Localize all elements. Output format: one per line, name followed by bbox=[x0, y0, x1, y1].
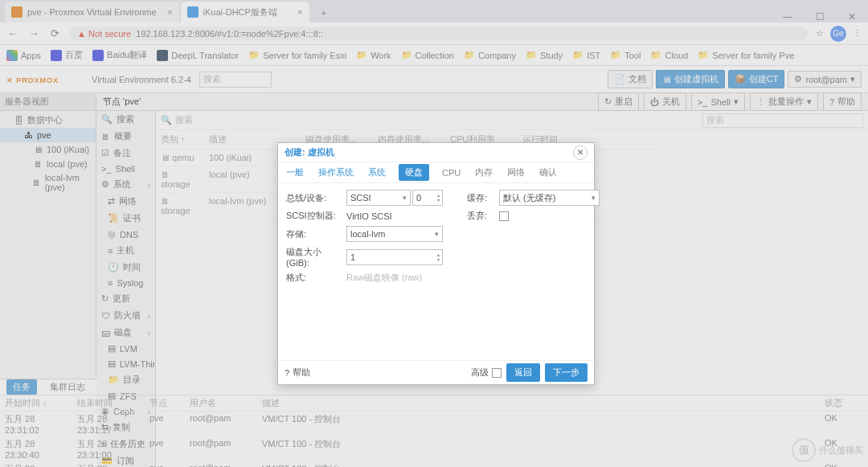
format-value: Raw磁盘映像 (raw) bbox=[346, 272, 422, 284]
tab-memory[interactable]: 内存 bbox=[473, 163, 494, 182]
cache-label: 缓存: bbox=[467, 192, 499, 204]
modal-help-button[interactable]: ? 帮助 bbox=[285, 367, 310, 379]
modal-title: 创建: 虚拟机 bbox=[285, 146, 334, 158]
tab-os[interactable]: 操作系统 bbox=[317, 163, 355, 182]
size-label: 磁盘大小 (GiB): bbox=[286, 246, 346, 268]
bus-index[interactable]: 0 bbox=[412, 190, 443, 206]
bus-label: 总线/设备: bbox=[286, 192, 346, 204]
bus-select[interactable]: SCSI bbox=[346, 190, 411, 206]
tab-network[interactable]: 网络 bbox=[506, 163, 526, 182]
tab-disk[interactable]: 硬盘 bbox=[399, 164, 429, 181]
size-input[interactable]: 1 bbox=[346, 249, 443, 265]
create-vm-wizard: 创建: 虚拟机 ✕ 一般 操作系统 系统 硬盘 CPU 内存 网络 确认 总线/… bbox=[277, 142, 595, 385]
scsi-ctrl-label: SCSI控制器: bbox=[286, 210, 346, 222]
advanced-toggle[interactable]: 高级 bbox=[471, 367, 502, 379]
cache-select[interactable]: 默认 (无缓存) bbox=[499, 190, 600, 206]
tab-general[interactable]: 一般 bbox=[285, 163, 305, 182]
storage-select[interactable]: local-lvm bbox=[346, 226, 443, 242]
wizard-tabs: 一般 操作系统 系统 硬盘 CPU 内存 网络 确认 bbox=[278, 162, 594, 183]
next-button[interactable]: 下一步 bbox=[545, 363, 588, 382]
discard-checkbox[interactable] bbox=[499, 211, 509, 221]
back-button[interactable]: 返回 bbox=[506, 363, 540, 382]
discard-label: 丢弃: bbox=[467, 210, 499, 222]
tab-confirm[interactable]: 确认 bbox=[538, 163, 559, 182]
tab-cpu[interactable]: CPU bbox=[440, 165, 462, 181]
storage-label: 存储: bbox=[286, 228, 346, 240]
modal-title-bar[interactable]: 创建: 虚拟机 ✕ bbox=[278, 143, 594, 162]
format-label: 格式: bbox=[286, 272, 346, 284]
watermark: 值 什么值得买 bbox=[792, 438, 863, 462]
tab-system[interactable]: 系统 bbox=[366, 163, 387, 182]
close-icon[interactable]: ✕ bbox=[573, 145, 588, 160]
scsi-ctrl-value: VirtIO SCSI bbox=[346, 211, 392, 221]
